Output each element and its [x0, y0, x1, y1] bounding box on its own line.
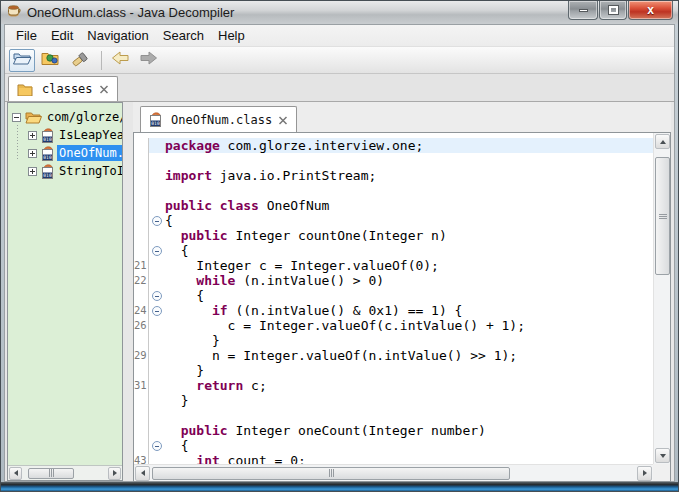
code-text: import java.io.PrintStream;: [165, 168, 376, 183]
title-bar[interactable]: OneOfNum.class - Java Decompiler x: [1, 1, 678, 24]
expand-expander-icon[interactable]: [28, 149, 37, 158]
scroll-down-button[interactable]: [655, 448, 670, 463]
menu-help[interactable]: Help: [211, 26, 252, 45]
fold-collapse-icon[interactable]: [152, 306, 162, 316]
code-line[interactable]: }: [134, 363, 653, 378]
code-vertical-scrollbar[interactable]: [653, 133, 670, 464]
code-line[interactable]: public Integer oneCount(Integer number): [134, 423, 653, 438]
line-number: 43: [134, 453, 149, 464]
fold-collapse-icon[interactable]: [152, 216, 162, 226]
tree-horizontal-scrollbar[interactable]: [8, 465, 122, 480]
code-token: n = Integer.valueOf(n.intValue() >> 1);: [165, 348, 517, 363]
minimize-button[interactable]: [568, 1, 598, 20]
fold-collapse-icon[interactable]: [152, 246, 162, 256]
scroll-left-button[interactable]: [135, 466, 150, 481]
fold-column: [149, 246, 165, 256]
line-number: 21: [134, 258, 149, 273]
window-bottom-border: [1, 482, 678, 491]
fold-collapse-icon[interactable]: [152, 291, 162, 301]
triangle-right-icon: [113, 470, 117, 476]
tree-item-stringtoi[interactable]: 010StringToI: [8, 162, 122, 180]
thumb-grip: [49, 469, 54, 477]
tab-classes[interactable]: classes: [8, 76, 118, 101]
keyword-token: public: [181, 423, 228, 438]
tree-item-oneofnum-[interactable]: 010OneOfNum.: [8, 144, 122, 162]
code-line[interactable]: [134, 183, 653, 198]
code-token: [165, 423, 181, 438]
toolbar: [5, 47, 674, 74]
package-tree: com/glorze/i010IsLeapYea010OneOfNum.010S…: [8, 103, 122, 465]
code-line[interactable]: 21 Integer c = Integer.valueOf(0);: [134, 258, 653, 273]
svg-text:010: 010: [43, 137, 52, 142]
code-line[interactable]: }: [134, 393, 653, 408]
line-number: 24: [134, 303, 149, 318]
code-line[interactable]: {: [134, 243, 653, 258]
keyword-token: int: [196, 453, 219, 464]
editor-tab-close-icon[interactable]: [278, 111, 288, 129]
code-line[interactable]: public Integer countOne(Integer n): [134, 228, 653, 243]
tree-item-isleapyea[interactable]: 010IsLeapYea: [8, 126, 122, 144]
vertical-scroll-thumb[interactable]: [655, 157, 670, 275]
window-title: OneOfNum.class - Java Decompiler: [27, 5, 234, 20]
code-line[interactable]: public class OneOfNum: [134, 198, 653, 213]
expand-expander-icon[interactable]: [28, 131, 37, 140]
code-line[interactable]: import java.io.PrintStream;: [134, 168, 653, 183]
jd-gui-coffee-cup-icon: [6, 3, 22, 22]
search-button[interactable]: [67, 49, 93, 72]
svg-text:010: 010: [43, 155, 52, 160]
code-line[interactable]: 29 n = Integer.valueOf(n.intValue() >> 1…: [134, 348, 653, 363]
code-line[interactable]: }: [134, 333, 653, 348]
fold-column: [149, 291, 165, 301]
scroll-up-button[interactable]: [655, 134, 670, 149]
code-text: if ((n.intValue() & 0x1) == 1) {: [165, 303, 462, 318]
tree-root-com-glorze-i[interactable]: com/glorze/i: [8, 108, 122, 126]
menu-search[interactable]: Search: [156, 26, 211, 45]
fold-collapse-icon[interactable]: [152, 441, 162, 451]
code-line[interactable]: 22 while (n.intValue() > 0): [134, 273, 653, 288]
flashlight-icon: [71, 50, 90, 71]
code-line[interactable]: [134, 408, 653, 423]
maximize-button[interactable]: [599, 1, 627, 20]
scroll-left-button[interactable]: [9, 467, 22, 480]
panel-splitter[interactable]: [123, 102, 133, 478]
menu-file[interactable]: File: [9, 26, 44, 45]
menu-edit[interactable]: Edit: [44, 26, 80, 45]
open-type-button[interactable]: [38, 49, 64, 72]
scroll-right-button[interactable]: [108, 467, 121, 480]
arrow-left-icon: [110, 51, 130, 69]
line-number: [134, 153, 149, 168]
triangle-up-icon: [660, 140, 666, 144]
tree-scroll-thumb[interactable]: [28, 468, 74, 479]
code-token: Integer countOne(Integer n): [228, 228, 447, 243]
tree-item-label: IsLeapYea: [57, 127, 122, 143]
collapse-expander-icon[interactable]: [12, 113, 21, 122]
code-token: {: [165, 438, 188, 453]
code-line[interactable]: 43 int count = 0;: [134, 453, 653, 464]
close-button[interactable]: x: [628, 1, 673, 20]
tab-close-icon[interactable]: [99, 80, 109, 98]
source-code[interactable]: package com.glorze.interview.one;import …: [134, 133, 653, 464]
application-window: OneOfNum.class - Java Decompiler x FileE…: [0, 0, 679, 492]
forward-button[interactable]: [136, 49, 162, 72]
menu-navigation[interactable]: Navigation: [80, 26, 155, 45]
back-button[interactable]: [107, 49, 133, 72]
code-line[interactable]: 31 return c;: [134, 378, 653, 393]
tab-oneofnum-class[interactable]: 010 OneOfNum.class: [140, 106, 297, 132]
code-horizontal-scrollbar[interactable]: [134, 464, 653, 481]
code-text: }: [165, 363, 204, 378]
code-line[interactable]: {: [134, 288, 653, 303]
code-line[interactable]: 26 c = Integer.valueOf(c.intValue() + 1)…: [134, 318, 653, 333]
code-line[interactable]: {: [134, 438, 653, 453]
open-file-button[interactable]: [9, 49, 35, 72]
code-token: Integer oneCount(Integer number): [228, 423, 486, 438]
scroll-right-button[interactable]: [637, 466, 652, 481]
expand-expander-icon[interactable]: [28, 167, 37, 176]
class-icon: 010: [41, 146, 54, 161]
horizontal-scroll-thumb[interactable]: [152, 467, 510, 480]
code-line[interactable]: 24 if ((n.intValue() & 0x1) == 1) {: [134, 303, 653, 318]
keyword-token: package: [165, 138, 220, 153]
arrow-right-icon: [139, 51, 159, 69]
code-line[interactable]: [134, 153, 653, 168]
code-line[interactable]: package com.glorze.interview.one;: [134, 138, 653, 153]
code-line[interactable]: {: [134, 213, 653, 228]
